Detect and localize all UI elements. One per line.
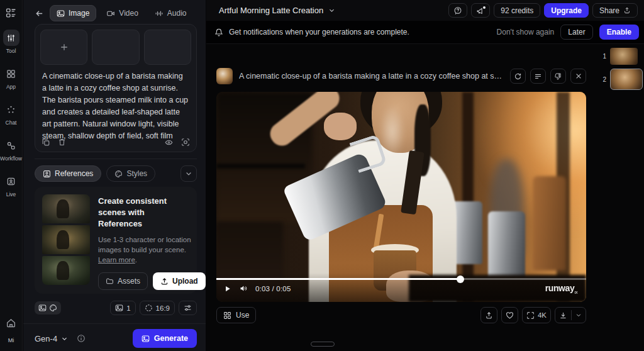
sidebar-item-tool[interactable]: Tool xyxy=(3,30,19,54)
home-icon[interactable] xyxy=(6,318,16,328)
trash-icon[interactable] xyxy=(58,138,66,147)
left-rail: Tool App Chat Workflow xyxy=(0,0,23,351)
reference-example-images xyxy=(42,194,90,286)
play-icon[interactable] xyxy=(224,285,231,292)
share-button[interactable]: Share xyxy=(592,3,638,18)
history-thumbnail-selected[interactable] xyxy=(610,69,643,90)
refresh-icon xyxy=(514,72,522,81)
upload-button[interactable]: Upload xyxy=(153,272,206,290)
wooden-grinder xyxy=(533,176,566,270)
barista-hand xyxy=(324,113,357,140)
page-title: Artful Morning Latte Creation xyxy=(219,6,323,15)
generate-button-label: Generate xyxy=(154,334,188,343)
tab-references-label: References xyxy=(55,169,93,178)
sidebar-item-app[interactable]: App xyxy=(3,65,19,90)
tab-audio-label: Audio xyxy=(167,9,187,18)
info-icon[interactable] xyxy=(77,334,86,343)
tab-audio[interactable]: Audio xyxy=(148,6,193,21)
download-options-button[interactable] xyxy=(572,308,586,323)
dont-show-again-link[interactable]: Don't show again xyxy=(497,28,555,36)
aspect-ratio-button[interactable]: 16:9 xyxy=(140,301,175,315)
aspect-ratio-value: 16:9 xyxy=(156,304,170,312)
announcements-button[interactable] xyxy=(471,3,490,18)
details-button[interactable] xyxy=(530,69,546,84)
regenerate-button[interactable] xyxy=(510,69,526,84)
generate-button[interactable]: Generate xyxy=(133,329,197,348)
input-mode-toggle[interactable] xyxy=(35,301,61,315)
volume-icon[interactable] xyxy=(239,284,248,292)
aspect-ratio-icon xyxy=(145,304,153,312)
upscale-icon xyxy=(526,311,535,320)
close-button[interactable] xyxy=(570,69,586,84)
sidebar-item-live[interactable]: Live xyxy=(3,173,19,198)
lines-icon xyxy=(534,72,542,81)
tab-video[interactable]: Video xyxy=(100,6,144,21)
dislike-button[interactable] xyxy=(550,69,566,84)
download-button[interactable] xyxy=(555,308,571,323)
eye-icon[interactable] xyxy=(164,138,174,147)
model-selector[interactable]: Gen-4 xyxy=(35,334,68,343)
credits-button[interactable]: 92 credits xyxy=(494,3,540,18)
reference-example-image xyxy=(42,225,90,254)
model-name: Gen-4 xyxy=(35,334,57,343)
tab-image[interactable]: Image xyxy=(50,5,96,21)
references-icon xyxy=(43,170,51,178)
generation-thumbnail[interactable] xyxy=(216,68,233,84)
image-slot-add[interactable] xyxy=(40,30,87,65)
copy-icon[interactable] xyxy=(42,138,50,147)
settings-button[interactable] xyxy=(179,301,197,315)
upscale-label: 4K xyxy=(538,311,547,319)
generation-prompt-preview[interactable]: A cinematic close-up of a barista making… xyxy=(239,72,504,81)
enable-button[interactable]: Enable xyxy=(599,25,639,40)
upgrade-button[interactable]: Upgrade xyxy=(544,3,589,18)
result-actions-row: Use xyxy=(216,307,586,323)
export-icon xyxy=(485,311,493,320)
dashboard-icon[interactable] xyxy=(6,8,16,18)
enhance-scan-icon[interactable] xyxy=(181,138,190,147)
back-button[interactable] xyxy=(32,6,46,20)
chat-dots-icon xyxy=(3,101,19,118)
image-count-button[interactable]: 1 xyxy=(110,301,135,315)
help-button[interactable] xyxy=(448,3,467,18)
divider xyxy=(23,323,206,324)
video-player[interactable]: 0:03 / 0:05 runwayıx xyxy=(216,92,586,302)
media-tabs: Image Video Audio xyxy=(23,0,206,21)
later-button[interactable]: Later xyxy=(560,25,592,40)
history-index: 2 xyxy=(601,76,606,83)
prompt-input[interactable]: A cinematic close-up of a barista making… xyxy=(40,70,191,143)
tab-styles[interactable]: Styles xyxy=(106,165,155,182)
playhead-handle[interactable] xyxy=(457,276,464,283)
folder-icon xyxy=(106,277,114,285)
tab-references[interactable]: References xyxy=(35,165,101,182)
history-thumbnail[interactable] xyxy=(610,48,638,65)
history-item-2[interactable]: 2 xyxy=(601,69,643,90)
export-button[interactable] xyxy=(480,307,497,323)
collapse-section-button[interactable] xyxy=(180,165,197,182)
upscale-4k-button[interactable]: 4K xyxy=(522,307,551,323)
learn-more-link[interactable]: Learn more xyxy=(98,256,135,264)
horizontal-scrollbar[interactable] xyxy=(311,342,335,347)
image-slot-empty[interactable] xyxy=(144,30,191,65)
avatar[interactable]: Mi xyxy=(8,337,14,343)
tab-styles-label: Styles xyxy=(126,169,147,178)
generation-history: 1 2 xyxy=(601,48,643,94)
period: . xyxy=(135,256,137,264)
image-icon xyxy=(57,9,65,18)
upload-icon xyxy=(160,277,169,286)
use-button[interactable]: Use xyxy=(216,307,256,323)
session-title-dropdown[interactable]: Artful Morning Latte Creation xyxy=(219,6,335,15)
image-slot-empty[interactable] xyxy=(92,30,139,65)
favorite-button[interactable] xyxy=(501,307,518,323)
sidebar-item-chat[interactable]: Chat xyxy=(3,101,19,126)
download-icon xyxy=(559,311,567,320)
sidebar-item-workflow[interactable]: Workflow xyxy=(0,137,22,162)
sidebar-item-label: Live xyxy=(6,191,16,198)
history-item-1[interactable]: 1 xyxy=(601,48,643,65)
notification-message: Get notifications when your generations … xyxy=(229,28,409,36)
video-progress-bar[interactable] xyxy=(216,278,586,280)
assets-button-label: Assets xyxy=(118,277,140,286)
window-frame-bar xyxy=(462,92,474,302)
assets-button[interactable]: Assets xyxy=(98,272,148,290)
help-bubble-icon xyxy=(453,6,462,15)
sidebar-item-label: Workflow xyxy=(0,155,22,162)
